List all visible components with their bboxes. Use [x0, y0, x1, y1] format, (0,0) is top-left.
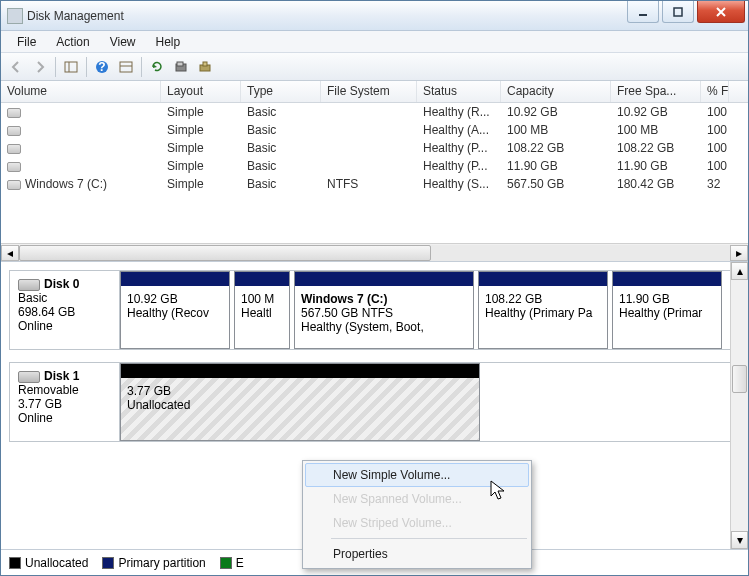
disk-size: 3.77 GB — [18, 397, 111, 411]
partition-size: 3.77 GB — [127, 384, 473, 398]
scroll-left-arrow[interactable]: ◂ — [1, 245, 19, 261]
legend-extended: E — [220, 556, 244, 570]
context-menu: New Simple Volume... New Spanned Volume.… — [302, 460, 532, 569]
col-type[interactable]: Type — [241, 81, 321, 102]
scroll-thumb[interactable] — [732, 365, 747, 393]
ctx-properties[interactable]: Properties — [305, 542, 529, 566]
legend-unallocated: Unallocated — [9, 556, 88, 570]
help-button[interactable]: ? — [91, 56, 113, 78]
volume-row[interactable]: Windows 7 (C:)SimpleBasicNTFSHealthy (S.… — [1, 175, 748, 193]
volume-row[interactable]: SimpleBasicHealthy (P...108.22 GB108.22 … — [1, 139, 748, 157]
partition[interactable]: 11.90 GBHealthy (Primar — [612, 271, 722, 349]
disk-label[interactable]: Disk 0Basic698.64 GBOnline — [10, 271, 120, 349]
volume-filesystem: NTFS — [321, 176, 417, 192]
partition[interactable]: 108.22 GBHealthy (Primary Pa — [478, 271, 608, 349]
volume-freespace: 10.92 GB — [611, 104, 701, 120]
horizontal-scrollbar[interactable]: ◂ ▸ — [1, 243, 748, 261]
menu-view[interactable]: View — [100, 33, 146, 51]
partition-status: Unallocated — [127, 398, 473, 412]
menu-file[interactable]: File — [7, 33, 46, 51]
menu-help[interactable]: Help — [146, 33, 191, 51]
disk-label[interactable]: Disk 1Removable3.77 GBOnline — [10, 363, 120, 441]
volume-pctfree: 100 — [701, 140, 729, 156]
volume-row[interactable]: SimpleBasicHealthy (A...100 MB100 MB100 — [1, 121, 748, 139]
console-tree-button[interactable] — [115, 56, 137, 78]
settings-button[interactable] — [194, 56, 216, 78]
drive-icon — [7, 162, 21, 172]
col-freespace[interactable]: Free Spa... — [611, 81, 701, 102]
volume-row[interactable]: SimpleBasicHealthy (P...11.90 GB11.90 GB… — [1, 157, 748, 175]
refresh-button[interactable] — [146, 56, 168, 78]
scroll-up-arrow[interactable]: ▴ — [731, 262, 748, 280]
disk-state: Online — [18, 411, 111, 425]
menu-action[interactable]: Action — [46, 33, 99, 51]
partition-stripe — [121, 364, 479, 378]
svg-rect-8 — [177, 62, 183, 66]
disk-name: Disk 0 — [44, 277, 79, 291]
scroll-thumb[interactable] — [19, 245, 431, 261]
window-title: Disk Management — [23, 9, 627, 23]
minimize-button[interactable] — [627, 1, 659, 23]
col-layout[interactable]: Layout — [161, 81, 241, 102]
volume-status: Healthy (A... — [417, 122, 501, 138]
volume-layout: Simple — [161, 104, 241, 120]
volume-capacity: 100 MB — [501, 122, 611, 138]
partition-stripe — [121, 272, 229, 286]
forward-button[interactable] — [29, 56, 51, 78]
disk-state: Online — [18, 319, 111, 333]
toolbar: ? — [1, 53, 748, 81]
vertical-scrollbar[interactable]: ▴ ▾ — [730, 262, 748, 549]
partition-size: 100 M — [241, 292, 283, 306]
col-status[interactable]: Status — [417, 81, 501, 102]
partition-status: Healthy (Primar — [619, 306, 715, 320]
partition[interactable]: 10.92 GBHealthy (Recov — [120, 271, 230, 349]
disk-icon — [18, 279, 40, 291]
disk-type: Basic — [18, 291, 111, 305]
volume-pctfree: 100 — [701, 104, 729, 120]
volume-filesystem — [321, 111, 417, 113]
volume-capacity: 10.92 GB — [501, 104, 611, 120]
partition-size: 10.92 GB — [127, 292, 223, 306]
partition-stripe — [235, 272, 289, 286]
partition-status: Healthy (Primary Pa — [485, 306, 601, 320]
scroll-down-arrow[interactable]: ▾ — [731, 531, 748, 549]
disk-name: Disk 1 — [44, 369, 79, 383]
col-pctfree[interactable]: % F — [701, 81, 729, 102]
maximize-button[interactable] — [662, 1, 694, 23]
disk-entry: Disk 0Basic698.64 GBOnline10.92 GBHealth… — [9, 270, 740, 350]
titlebar: Disk Management — [1, 1, 748, 31]
col-volume[interactable]: Volume — [1, 81, 161, 102]
col-filesystem[interactable]: File System — [321, 81, 417, 102]
volume-type: Basic — [241, 140, 321, 156]
volume-filesystem — [321, 165, 417, 167]
scroll-right-arrow[interactable]: ▸ — [730, 245, 748, 261]
close-button[interactable] — [697, 1, 745, 23]
volume-layout: Simple — [161, 158, 241, 174]
volume-layout: Simple — [161, 122, 241, 138]
volume-capacity: 11.90 GB — [501, 158, 611, 174]
legend-primary: Primary partition — [102, 556, 205, 570]
swatch-blue-icon — [102, 557, 114, 569]
volume-row[interactable]: SimpleBasicHealthy (R...10.92 GB10.92 GB… — [1, 103, 748, 121]
rescan-disks-button[interactable] — [170, 56, 192, 78]
partition-stripe — [295, 272, 473, 286]
drive-icon — [7, 126, 21, 136]
volume-type: Basic — [241, 122, 321, 138]
volume-status: Healthy (R... — [417, 104, 501, 120]
volume-type: Basic — [241, 158, 321, 174]
partition-size: 567.50 GB NTFS — [301, 306, 467, 320]
svg-rect-5 — [120, 62, 132, 72]
col-capacity[interactable]: Capacity — [501, 81, 611, 102]
partition[interactable]: Windows 7 (C:)567.50 GB NTFSHealthy (Sys… — [294, 271, 474, 349]
partition-stripe — [479, 272, 607, 286]
partition-stripe — [613, 272, 721, 286]
back-button[interactable] — [5, 56, 27, 78]
drive-icon — [7, 144, 21, 154]
partition-unallocated[interactable]: 3.77 GBUnallocated — [120, 363, 480, 441]
app-icon — [7, 8, 23, 24]
partition[interactable]: 100 MHealtl — [234, 271, 290, 349]
svg-rect-0 — [674, 8, 682, 16]
ctx-new-simple-volume[interactable]: New Simple Volume... — [305, 463, 529, 487]
drive-icon — [7, 180, 21, 190]
show-hide-tree-button[interactable] — [60, 56, 82, 78]
